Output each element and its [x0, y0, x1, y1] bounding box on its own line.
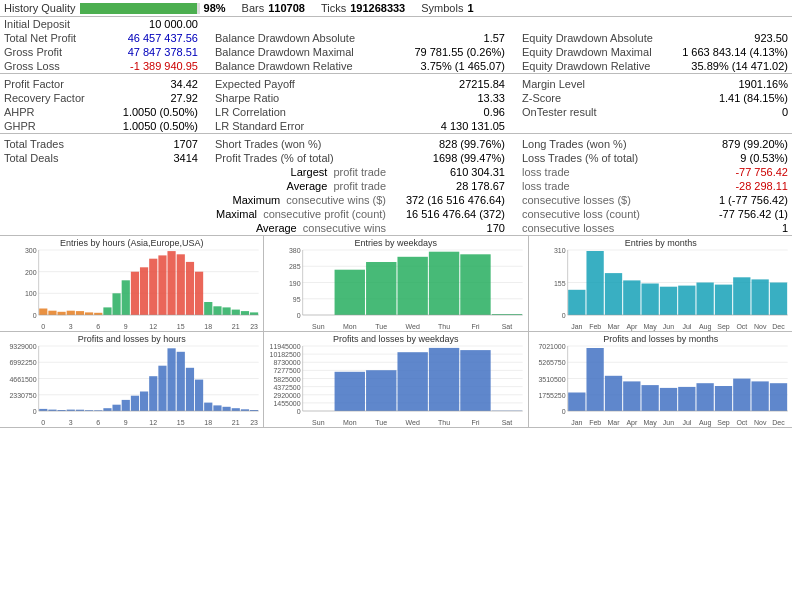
svg-text:Oct: Oct — [736, 419, 747, 426]
table-row: Largest profit trade 610 304.31 loss tra… — [0, 165, 792, 179]
symbols-value: 1 — [467, 2, 473, 14]
svg-text:380: 380 — [289, 247, 301, 254]
svg-text:Mar: Mar — [607, 323, 620, 330]
svg-text:0: 0 — [297, 312, 301, 319]
svg-text:9329000: 9329000 — [9, 343, 36, 350]
svg-rect-202 — [678, 387, 695, 411]
chart-box-0-1: Entries by weekdays380285190950SunMonTue… — [264, 236, 528, 331]
svg-text:0: 0 — [41, 323, 45, 330]
svg-text:Thu: Thu — [438, 323, 450, 330]
chart-row-1: Profits and losses by hours9329000699225… — [0, 332, 792, 428]
svg-rect-58 — [398, 257, 428, 315]
chart-row-0: Entries by hours (Asia,Europe,USA)300200… — [0, 236, 792, 332]
svg-text:Dec: Dec — [772, 419, 785, 426]
ticks-label: Ticks — [321, 2, 346, 14]
svg-rect-22 — [158, 255, 166, 315]
table-row: Initial Deposit 10 000.00 — [0, 17, 792, 31]
main-container: History Quality 98% Bars 110708 Ticks 19… — [0, 0, 792, 428]
svg-text:Wed: Wed — [406, 419, 420, 426]
svg-text:5825000: 5825000 — [274, 376, 301, 383]
bars-label: Bars — [242, 2, 265, 14]
svg-text:3: 3 — [69, 323, 73, 330]
svg-rect-84 — [678, 286, 695, 315]
svg-text:Sat: Sat — [502, 323, 513, 330]
svg-rect-25 — [186, 262, 194, 315]
svg-text:23: 23 — [250, 323, 258, 330]
svg-text:Jul: Jul — [682, 323, 691, 330]
svg-rect-174 — [461, 350, 491, 411]
svg-rect-30 — [232, 310, 240, 315]
svg-text:Fri: Fri — [472, 323, 481, 330]
svg-rect-170 — [335, 372, 365, 411]
svg-text:0: 0 — [41, 419, 45, 426]
svg-rect-29 — [222, 307, 230, 315]
svg-rect-123 — [112, 405, 120, 411]
history-quality-value: 98% — [204, 2, 226, 14]
table-row: Maximum consecutive wins ($) 372 (16 516… — [0, 193, 792, 207]
svg-text:9: 9 — [124, 323, 128, 330]
table-row: Profit Factor 34.42 Expected Payoff 2721… — [0, 77, 792, 91]
svg-rect-197 — [586, 348, 603, 411]
svg-text:21: 21 — [232, 419, 240, 426]
svg-text:Mon: Mon — [343, 323, 357, 330]
svg-rect-200 — [641, 385, 658, 411]
svg-text:Mar: Mar — [607, 419, 620, 426]
svg-text:Fri: Fri — [472, 419, 481, 426]
svg-text:0: 0 — [297, 408, 301, 415]
svg-text:12: 12 — [149, 323, 157, 330]
svg-rect-9 — [39, 309, 47, 316]
svg-text:Aug: Aug — [699, 419, 712, 427]
initial-deposit-label: Initial Deposit — [0, 17, 110, 31]
svg-text:6: 6 — [96, 323, 100, 330]
svg-text:3510500: 3510500 — [538, 376, 565, 383]
svg-text:Jan: Jan — [571, 323, 582, 330]
svg-text:310: 310 — [554, 247, 566, 254]
svg-text:Feb: Feb — [589, 323, 601, 330]
svg-rect-24 — [177, 254, 185, 315]
svg-text:155: 155 — [554, 280, 566, 287]
svg-text:Sat: Sat — [502, 419, 513, 426]
svg-rect-131 — [186, 368, 194, 411]
svg-rect-19 — [131, 272, 139, 315]
svg-text:Wed: Wed — [406, 323, 420, 330]
table-row: Total Deals 3414 Profit Trades (% of tot… — [0, 151, 792, 165]
svg-text:May: May — [643, 419, 657, 427]
svg-text:18: 18 — [204, 323, 212, 330]
svg-rect-205 — [733, 379, 750, 411]
initial-deposit-value: 10 000.00 — [110, 17, 202, 31]
svg-rect-11 — [57, 312, 65, 315]
svg-rect-198 — [605, 376, 622, 411]
svg-rect-13 — [76, 311, 84, 315]
stats-table: Initial Deposit 10 000.00 Total Net Prof… — [0, 17, 792, 235]
svg-text:Nov: Nov — [754, 419, 767, 426]
svg-rect-196 — [568, 393, 585, 412]
svg-rect-21 — [149, 259, 157, 315]
svg-text:1455000: 1455000 — [274, 400, 301, 407]
svg-rect-127 — [149, 376, 157, 411]
svg-rect-23 — [167, 251, 175, 315]
svg-text:Apr: Apr — [626, 323, 638, 331]
history-quality-label: History Quality — [4, 2, 76, 14]
svg-text:4661500: 4661500 — [9, 376, 36, 383]
svg-text:Sep: Sep — [717, 419, 730, 427]
svg-rect-130 — [177, 352, 185, 411]
svg-text:Entries by weekdays: Entries by weekdays — [355, 238, 438, 248]
svg-text:0: 0 — [33, 408, 37, 415]
svg-rect-172 — [398, 352, 428, 411]
svg-rect-10 — [48, 311, 56, 315]
svg-rect-59 — [429, 252, 459, 315]
svg-rect-18 — [122, 280, 130, 315]
svg-rect-128 — [158, 366, 166, 411]
svg-text:100: 100 — [25, 290, 37, 297]
svg-rect-86 — [715, 285, 732, 315]
svg-text:0: 0 — [561, 312, 565, 319]
svg-rect-32 — [250, 312, 258, 315]
svg-text:Thu: Thu — [438, 419, 450, 426]
svg-text:18: 18 — [204, 419, 212, 426]
svg-text:0: 0 — [33, 312, 37, 319]
svg-text:Jan: Jan — [571, 419, 582, 426]
svg-rect-26 — [195, 272, 203, 315]
svg-rect-135 — [222, 407, 230, 411]
svg-text:200: 200 — [25, 269, 37, 276]
svg-text:Jul: Jul — [682, 419, 691, 426]
